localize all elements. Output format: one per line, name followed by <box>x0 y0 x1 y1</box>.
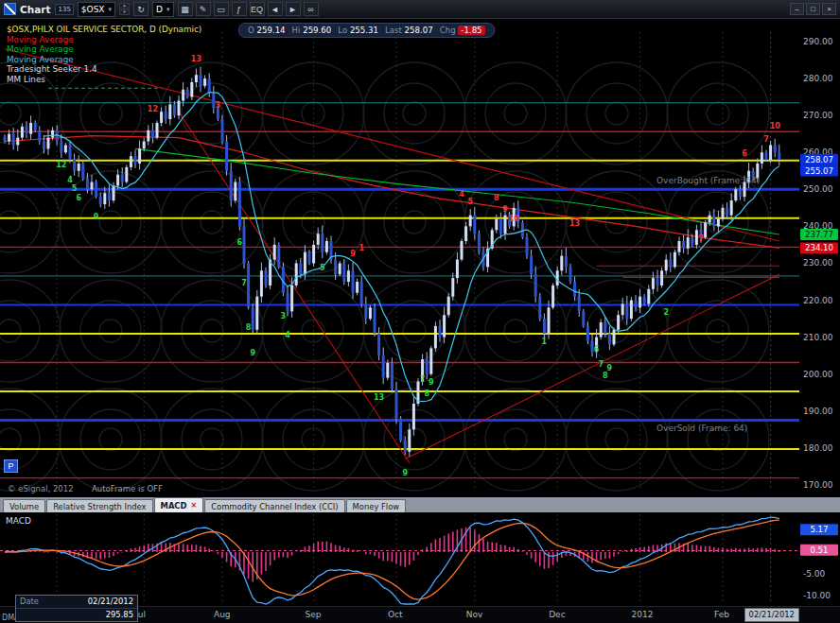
price-chart-canvas[interactable]: 1245691213367893459113978945891011367892… <box>0 19 840 497</box>
svg-text:8: 8 <box>603 372 608 380</box>
tab-commodity-channel-index-cci-[interactable]: Commodity Channel Index (CCI) <box>204 499 344 512</box>
svg-text:9: 9 <box>94 213 99 221</box>
svg-text:8: 8 <box>494 194 499 202</box>
cursor-data-window[interactable]: Date 02/21/2012 295.85 <box>15 595 138 622</box>
svg-text:9: 9 <box>607 364 613 372</box>
svg-text:4: 4 <box>67 176 73 184</box>
minimize-button[interactable]: – <box>790 3 804 15</box>
svg-text:6: 6 <box>742 149 747 158</box>
svg-text:12: 12 <box>148 105 158 113</box>
current-date-box: 02/21/2012 <box>744 608 799 622</box>
svg-text:210.00: 210.00 <box>803 333 833 342</box>
symbol-step-down-button[interactable]: ▼ <box>119 9 130 15</box>
symbol-value: $OSX <box>81 5 105 14</box>
cursor-date-value: 02/21/2012 <box>88 596 133 608</box>
link-button[interactable]: ∞ <box>304 2 319 16</box>
chart-window: Chart 135 $OSX ▾ ▲ ▼ ↻ D ▾ ▦✎▭ƒEQ◄►∞ –□×… <box>0 0 840 623</box>
svg-text:3: 3 <box>216 101 221 110</box>
axis-month-label: 2012 <box>632 610 654 619</box>
back-button[interactable]: ◄ <box>268 2 283 16</box>
chevron-down-icon[interactable]: ▾ <box>166 6 170 13</box>
tab-relative-strength-index[interactable]: Relative Strength Index <box>46 499 152 512</box>
svg-text:1: 1 <box>542 337 548 346</box>
svg-text:170.00: 170.00 <box>803 480 833 490</box>
forward-button[interactable]: ► <box>286 2 301 16</box>
svg-text:2: 2 <box>663 308 669 317</box>
svg-text:7: 7 <box>698 234 704 243</box>
svg-text:290.00: 290.00 <box>803 37 833 46</box>
high-value: 259.60 <box>303 26 331 35</box>
svg-text:190.00: 190.00 <box>803 407 833 416</box>
svg-text:9: 9 <box>402 469 408 477</box>
svg-text:9: 9 <box>502 205 508 214</box>
p-button[interactable]: P <box>4 459 18 473</box>
macd-pane: -5.00-10.005.170.51 MACD <box>0 512 840 606</box>
svg-text:5: 5 <box>467 198 473 206</box>
maximize-button[interactable]: □ <box>806 3 820 15</box>
svg-text:250.00: 250.00 <box>803 184 833 194</box>
svg-text:5: 5 <box>72 184 78 193</box>
svg-text:230.00: 230.00 <box>803 258 833 268</box>
window-badge: 135 <box>55 4 73 15</box>
svg-text:5.17: 5.17 <box>810 525 828 534</box>
chevron-down-icon[interactable]: ▾ <box>109 6 113 13</box>
axis-month-label: Feb <box>714 610 729 619</box>
copyright-label: © eSignal, 2012 <box>8 484 74 493</box>
svg-text:13: 13 <box>191 55 201 63</box>
svg-text:6: 6 <box>594 345 600 354</box>
eq-button[interactable]: EQ <box>250 2 265 16</box>
draw-pencil-button[interactable]: ✎ <box>196 2 211 16</box>
svg-text:-5.00: -5.00 <box>803 569 826 579</box>
svg-text:280.00: 280.00 <box>803 74 833 83</box>
svg-text:10: 10 <box>509 215 520 223</box>
svg-text:255.07: 255.07 <box>805 166 833 176</box>
svg-text:7: 7 <box>420 375 426 384</box>
close-icon[interactable]: × <box>190 501 197 510</box>
quote-bar: O 259.14 Hi 259.60 Lo 255.31 Last 258.07… <box>238 23 495 38</box>
symbol-step-up-button[interactable]: ▲ <box>119 3 130 9</box>
open-value: 259.14 <box>257 26 286 35</box>
svg-text:234.10: 234.10 <box>805 243 833 252</box>
last-value: 258.07 <box>405 26 433 35</box>
indicator-tabs: VolumeRelative Strength IndexMACD×Commod… <box>0 497 840 512</box>
bar-style-button[interactable]: ▦ <box>178 2 193 16</box>
svg-text:180.00: 180.00 <box>803 443 833 453</box>
tab-volume[interactable]: Volume <box>3 499 45 512</box>
axis-month-label: Dec <box>549 610 565 619</box>
svg-text:7: 7 <box>598 360 604 369</box>
macd-canvas[interactable]: -5.00-10.005.170.51 <box>0 512 840 606</box>
price-chart-pane: 1245691213367893459113978945891011367892… <box>0 19 840 497</box>
svg-text:9: 9 <box>350 250 356 258</box>
axis-month-label: Aug <box>214 610 231 619</box>
close-button[interactable]: × <box>822 3 836 15</box>
tab-macd[interactable]: MACD× <box>154 497 204 512</box>
eraser-button[interactable]: ▭ <box>214 2 229 16</box>
svg-text:13: 13 <box>374 393 384 402</box>
svg-text:5: 5 <box>320 264 325 272</box>
svg-text:9: 9 <box>250 349 255 357</box>
svg-text:258.07: 258.07 <box>805 155 833 164</box>
last-label: Last <box>385 26 402 35</box>
high-label: Hi <box>292 26 301 35</box>
studies-button[interactable]: ƒ <box>232 2 247 16</box>
svg-text:9: 9 <box>429 378 434 387</box>
open-label: O <box>248 26 254 35</box>
svg-text:12: 12 <box>56 161 66 169</box>
svg-text:270.00: 270.00 <box>803 111 833 120</box>
symbol-input[interactable]: $OSX ▾ <box>78 2 115 17</box>
axis-month-label: Nov <box>466 610 483 619</box>
autoframe-status: AutoFrame is OFF <box>92 484 163 493</box>
svg-text:6: 6 <box>76 194 81 202</box>
svg-text:10: 10 <box>770 122 781 130</box>
interval-select[interactable]: D ▾ <box>152 2 173 17</box>
svg-text:200.00: 200.00 <box>803 370 833 379</box>
window-controls: –□× <box>790 3 836 15</box>
svg-text:220.00: 220.00 <box>803 296 833 305</box>
refresh-button[interactable]: ↻ <box>133 2 149 16</box>
macd-study-label: MACD <box>6 516 31 526</box>
svg-text:0.51: 0.51 <box>810 545 828 555</box>
low-label: Lo <box>338 26 347 35</box>
tab-money-flow[interactable]: Money Flow <box>346 499 407 512</box>
cursor-study-value: 295.85 <box>106 609 133 621</box>
change-value: -1.85 <box>458 26 484 35</box>
